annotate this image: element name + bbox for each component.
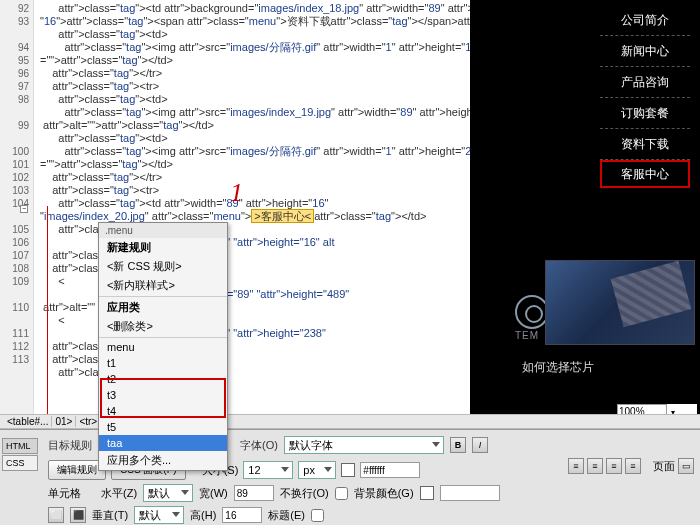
- cell-label: 单元格: [48, 486, 81, 501]
- target-rule-label: 目标规则: [48, 438, 92, 453]
- bgcolor-swatch[interactable]: [420, 486, 434, 500]
- context-menu-item[interactable]: t5: [99, 419, 227, 435]
- split-cell-icon[interactable]: ⬛: [70, 507, 86, 523]
- context-menu-header: .menu: [99, 223, 227, 238]
- annotation-number-1: 1: [230, 178, 243, 208]
- preview-nav-item[interactable]: 新闻中心: [600, 36, 690, 67]
- preview-image: [545, 260, 695, 345]
- line-gutter: 9293949596979899100101102103104105106107…: [0, 0, 34, 424]
- context-menu-item[interactable]: 应用类: [99, 298, 227, 317]
- size-dropdown[interactable]: 12: [243, 461, 293, 479]
- color-swatch[interactable]: [341, 463, 355, 477]
- italic-button[interactable]: I: [472, 437, 488, 453]
- header-checkbox[interactable]: [311, 509, 324, 522]
- context-menu-item[interactable]: <新 CSS 规则>: [99, 257, 227, 276]
- size-unit-dropdown[interactable]: px: [298, 461, 336, 479]
- vertical-label: 垂直(T): [92, 508, 128, 523]
- context-menu-item[interactable]: 应用多个类...: [99, 451, 227, 470]
- tag-path-segment[interactable]: <table#...: [4, 416, 52, 427]
- context-menu-item[interactable]: t4: [99, 403, 227, 419]
- page-props-icon[interactable]: ▭: [678, 458, 694, 474]
- nowrap-checkbox[interactable]: [335, 487, 348, 500]
- font-label: 字体(O): [240, 438, 278, 453]
- preview-nav-item[interactable]: 公司简介: [600, 5, 690, 36]
- color-input[interactable]: [360, 462, 420, 478]
- context-menu-item[interactable]: <新内联样式>: [99, 276, 227, 295]
- vertical-dropdown[interactable]: 默认: [134, 506, 184, 524]
- tab-html[interactable]: HTML: [2, 438, 38, 454]
- merge-cells-icon[interactable]: ⬜: [48, 507, 64, 523]
- height-input[interactable]: [222, 507, 262, 523]
- context-menu-item[interactable]: menu: [99, 339, 227, 355]
- bold-button[interactable]: B: [450, 437, 466, 453]
- css-rule-context-menu[interactable]: .menu 新建规则<新 CSS 规则><新内联样式>应用类<删除类>menut…: [98, 222, 228, 471]
- header-label: 标题(E): [268, 508, 305, 523]
- width-label: 宽(W): [199, 486, 228, 501]
- code-editor[interactable]: 9293949596979899100101102103104105106107…: [0, 0, 470, 424]
- live-preview[interactable]: 公司简介新闻中心产品咨询订购套餐资料下载客服中心 TEM 如何选择芯片 ▾: [470, 0, 700, 424]
- prop-tabs: HTML CSS: [2, 438, 38, 472]
- align-center-icon[interactable]: ≡: [587, 458, 603, 474]
- preview-nav-item[interactable]: 资料下载: [600, 129, 690, 160]
- preview-tem-label: TEM: [515, 330, 539, 341]
- tag-path-segment[interactable]: 01>: [52, 416, 76, 427]
- preview-logo-icon: [515, 295, 549, 329]
- align-right-icon[interactable]: ≡: [606, 458, 622, 474]
- context-menu-item[interactable]: 新建规则: [99, 238, 227, 257]
- nowrap-label: 不换行(O): [280, 486, 329, 501]
- preview-caption: 如何选择芯片: [522, 359, 594, 376]
- font-dropdown[interactable]: 默认字体: [284, 436, 444, 454]
- align-left-icon[interactable]: ≡: [568, 458, 584, 474]
- preview-nav-menu: 公司简介新闻中心产品咨询订购套餐资料下载客服中心: [600, 5, 690, 188]
- horizontal-dropdown[interactable]: 默认: [143, 484, 193, 502]
- width-input[interactable]: [234, 485, 274, 501]
- bgcolor-input[interactable]: [440, 485, 500, 501]
- context-menu-item[interactable]: t3: [99, 387, 227, 403]
- page-label: 页面: [653, 459, 675, 474]
- tab-css[interactable]: CSS: [2, 455, 38, 471]
- annotation-arrow-vert: [47, 206, 48, 431]
- context-menu-item[interactable]: t1: [99, 355, 227, 371]
- context-menu-item[interactable]: <删除类>: [99, 317, 227, 336]
- horizontal-label: 水平(Z): [101, 486, 137, 501]
- context-menu-item[interactable]: t2: [99, 371, 227, 387]
- context-menu-item[interactable]: taa: [99, 435, 227, 451]
- preview-nav-item[interactable]: 产品咨询: [600, 67, 690, 98]
- preview-nav-item[interactable]: 客服中心: [600, 160, 690, 188]
- preview-nav-item[interactable]: 订购套餐: [600, 98, 690, 129]
- height-label: 高(H): [190, 508, 216, 523]
- align-justify-icon[interactable]: ≡: [625, 458, 641, 474]
- fold-toggle[interactable]: −: [20, 205, 28, 213]
- bgcolor-label: 背景颜色(G): [354, 486, 414, 501]
